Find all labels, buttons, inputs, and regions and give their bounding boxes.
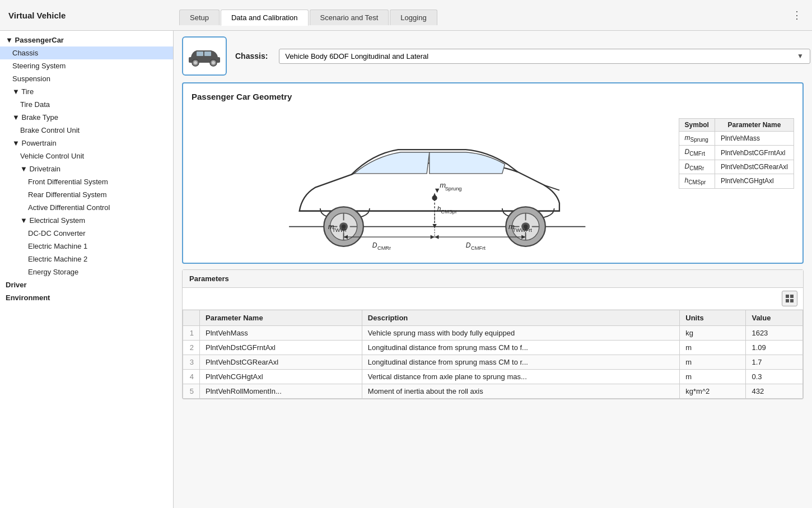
sidebar-item-suspension[interactable]: Suspension	[0, 72, 173, 85]
sidebar-item-energy-storage[interactable]: Energy Storage	[0, 265, 173, 278]
parameters-header: Parameters	[183, 270, 803, 288]
row-number: 4	[183, 370, 200, 384]
row-number: 2	[183, 341, 200, 355]
sidebar-item-tire[interactable]: ▼ Tire	[0, 85, 173, 98]
param-name-cell: PlntVehCGHgtAxl	[200, 370, 362, 384]
svg-text:TWWr: TWWr	[332, 227, 347, 233]
sidebar-item-chassis[interactable]: Chassis	[0, 46, 173, 59]
svg-point-51	[432, 195, 437, 201]
value-cell: 1.09	[746, 341, 803, 355]
sidebar-item-electric-machine-1[interactable]: Electric Machine 1	[0, 240, 173, 253]
table-row: 4 PlntVehCGHgtAxl Vertical distance from…	[183, 370, 803, 384]
params-toolbar	[183, 288, 803, 310]
svg-rect-54	[786, 299, 789, 302]
sidebar-item-electric-machine-2[interactable]: Electric Machine 2	[0, 253, 173, 265]
description-cell: Moment of inertia about the roll axis	[362, 384, 679, 399]
col-header-param-name: Parameter Name	[200, 310, 362, 326]
grid-icon	[786, 295, 794, 302]
svg-rect-6	[204, 52, 211, 56]
diagram-param-table: Symbol Parameter Name mSprung PlntVehMas…	[679, 113, 794, 189]
description-cell: Vertical distance from axle plane to spr…	[362, 370, 679, 384]
svg-text:D: D	[466, 241, 471, 249]
units-cell: m	[680, 355, 746, 370]
sidebar-item-steering-system[interactable]: Steering System	[0, 59, 173, 72]
app-title: Virtual Vehicle	[6, 11, 179, 20]
car-diagram: m TWWr m TWWFrt	[192, 107, 668, 254]
sidebar-item-vehicle-control-unit[interactable]: Vehicle Control Unit	[0, 150, 173, 162]
col-header-units: Units	[680, 310, 746, 326]
description-cell: Longitudinal distance from sprung mass C…	[362, 341, 679, 355]
row-number: 5	[183, 384, 200, 399]
symbol-table: Symbol Parameter Name mSprung PlntVehMas…	[679, 118, 794, 189]
parameters-table: Parameter Name Description Units Value 1…	[183, 310, 803, 399]
parameters-tab-label[interactable]: Parameters	[189, 274, 229, 283]
value-cell: 0.3	[746, 370, 803, 384]
tab-setup[interactable]: Setup	[179, 10, 220, 25]
svg-text:CMSpr: CMSpr	[441, 209, 457, 215]
sidebar-item-front-differential[interactable]: Front Differential System	[0, 175, 173, 188]
units-cell: m	[680, 341, 746, 355]
tab-data-calibration[interactable]: Data and Calibration	[221, 10, 309, 26]
parameters-section: Parameters	[182, 269, 804, 399]
grid-view-button[interactable]	[782, 291, 797, 306]
svg-marker-37	[435, 189, 439, 193]
sidebar: ▼ PassengerCarChassisSteering SystemSusp…	[0, 31, 174, 508]
svg-rect-55	[790, 299, 794, 302]
svg-rect-52	[786, 295, 789, 298]
sidebar-item-brake-control-unit[interactable]: Brake Control Unit	[0, 124, 173, 137]
svg-rect-53	[790, 295, 794, 298]
param-name-col-header: Parameter Name	[715, 119, 794, 132]
value-cell: 1623	[746, 326, 803, 341]
sidebar-item-dc-dc-converter[interactable]: DC-DC Converter	[0, 227, 173, 240]
sidebar-item-active-differential[interactable]: Active Differential Control	[0, 201, 173, 214]
main-layout: ▼ PassengerCarChassisSteering SystemSusp…	[0, 31, 812, 508]
car-icon-small	[186, 44, 222, 68]
table-row: hCMSpr PlntVehCGHgtAxl	[679, 174, 794, 188]
chassis-label: Chassis:	[235, 52, 268, 60]
col-header-num	[183, 310, 200, 326]
tabs-bar: SetupData and CalibrationScenario and Te…	[179, 0, 787, 31]
chassis-dropdown[interactable]: Vehicle Body 6DOF Longitudinal and Later…	[279, 49, 810, 64]
row-number: 3	[183, 355, 200, 370]
tab-scenario-test[interactable]: Scenario and Test	[310, 10, 389, 25]
value-cell: 432	[746, 384, 803, 399]
header-menu-icon[interactable]: ⋮	[787, 6, 806, 24]
car-geometry-svg: m TWWr m TWWFrt	[192, 107, 668, 253]
sidebar-item-drivetrain[interactable]: ▼ Drivetrain	[0, 162, 173, 175]
table-row: DCMFrt PlntVehDstCGFrntAxl	[679, 146, 794, 160]
chassis-select-wrapper: Vehicle Body 6DOF Longitudinal and Later…	[279, 49, 804, 64]
svg-marker-44	[435, 235, 438, 239]
chassis-icon-box	[182, 36, 227, 76]
sidebar-item-environment[interactable]: Environment	[0, 291, 173, 304]
table-row: 3 PlntVehDstCGRearAxl Longitudinal dista…	[183, 355, 803, 370]
content-area: Chassis: Vehicle Body 6DOF Longitudinal …	[174, 31, 812, 508]
svg-text:TWWFrt: TWWFrt	[512, 227, 532, 233]
table-row: 1 PlntVehMass Vehicle sprung mass with b…	[183, 326, 803, 341]
table-row: 2 PlntVehDstCGFrntAxl Longitudinal dista…	[183, 341, 803, 355]
table-row: mSprung PlntVehMass	[679, 132, 794, 146]
tab-logging[interactable]: Logging	[390, 10, 437, 25]
diagram-title: Passenger Car Geometry	[192, 92, 794, 101]
svg-point-4	[212, 61, 215, 64]
units-cell: kg*m^2	[680, 384, 746, 399]
param-name-cell: PlntVehDstCGRearAxl	[200, 355, 362, 370]
chassis-selector-row: Chassis: Vehicle Body 6DOF Longitudinal …	[182, 36, 804, 76]
sidebar-item-powertrain[interactable]: ▼ Powertrain	[0, 137, 173, 150]
units-cell: m	[680, 370, 746, 384]
sidebar-item-brake-type[interactable]: ▼ Brake Type	[0, 111, 173, 124]
sidebar-item-tire-data[interactable]: Tire Data	[0, 98, 173, 111]
value-cell: 1.7	[746, 355, 803, 370]
col-header-value: Value	[746, 310, 803, 326]
sidebar-item-electrical-system[interactable]: ▼ Electrical System	[0, 214, 173, 227]
svg-rect-5	[197, 52, 203, 56]
sidebar-item-rear-differential[interactable]: Rear Differential System	[0, 188, 173, 201]
sidebar-item-driver[interactable]: Driver	[0, 278, 173, 291]
table-row: DCMRr PlntVehDstCGRearAxl	[679, 160, 794, 174]
param-name-cell: PlntVehRollMomentIn...	[200, 384, 362, 399]
table-row: 5 PlntVehRollMomentIn... Moment of inert…	[183, 384, 803, 399]
sidebar-item-passenger-car[interactable]: ▼ PassengerCar	[0, 34, 173, 46]
svg-text:CMRr: CMRr	[377, 245, 391, 251]
description-cell: Vehicle sprung mass with body fully equi…	[362, 326, 679, 341]
svg-marker-40	[431, 235, 435, 239]
param-name-cell: PlntVehDstCGFrntAxl	[200, 341, 362, 355]
